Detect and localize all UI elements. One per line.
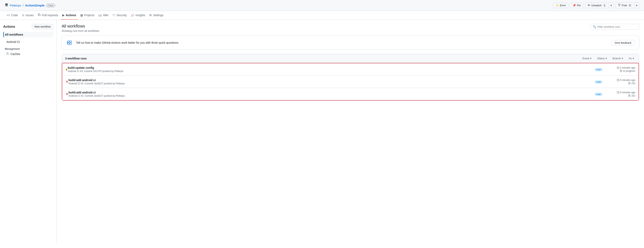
actor-filter-button[interactable]: Ac ▾ xyxy=(627,56,636,61)
run-branch: main xyxy=(594,93,603,96)
run-title: build:add android ci xyxy=(68,79,590,82)
run-info: build:add android ci Android CI #1: Comm… xyxy=(68,91,590,97)
repo-name-link[interactable]: ActionSimple xyxy=(25,4,44,7)
tab-issues[interactable]: ⊙ Issues xyxy=(20,11,35,20)
tab-insights-label: Insights xyxy=(136,13,145,17)
code-icon: <> xyxy=(6,13,10,17)
event-filter-chevron: ▾ xyxy=(590,57,592,60)
status-filter-button[interactable]: Status ▾ xyxy=(596,56,608,61)
run-status-failed-icon: ✕ xyxy=(66,92,68,96)
top-bar: Petterpx / ActionSimple Public ⚡ Error 📌… xyxy=(0,0,644,11)
repo-owner-link[interactable]: Petterpx xyxy=(10,4,21,7)
run-row[interactable]: ✕ build:add android ci Android CI #2: Co… xyxy=(62,76,638,88)
run-subtitle: Android CI #3: Commit 181747f pushed by … xyxy=(68,70,590,73)
content-header: All workflows Showing runs from all work… xyxy=(62,24,639,32)
pin-icon: 📌 xyxy=(572,4,576,7)
highlighted-runs: ● build:update config Android CI #3: Com… xyxy=(62,63,639,101)
fork-icon xyxy=(618,4,621,7)
run-duration: In progress xyxy=(607,70,635,72)
sidebar-item-all-workflows[interactable]: All workflows xyxy=(3,32,53,37)
fork-main[interactable]: Fork 0 xyxy=(616,3,634,8)
visibility-badge: Public xyxy=(46,4,55,7)
insights-icon: 📈 xyxy=(131,13,134,17)
filter-input-wrap: 🔍 xyxy=(590,24,639,29)
filter-search-icon: 🔍 xyxy=(593,25,596,28)
tab-wiki-label: Wiki xyxy=(103,13,108,17)
run-time: 5 minutes ago xyxy=(607,79,635,82)
unwatch-dropdown[interactable]: ▾ xyxy=(609,3,614,8)
branch-badge: main xyxy=(594,80,603,84)
sidebar-all-workflows-label: All workflows xyxy=(5,33,23,36)
actor-filter-label: Ac xyxy=(629,57,632,60)
tab-wiki[interactable]: 📖 Wiki xyxy=(97,11,110,20)
nav-tabs: <> Code ⊙ Issues Pull requests ▶ Actions… xyxy=(0,11,644,20)
pin-button[interactable]: 📌 Pin xyxy=(570,3,583,8)
tab-insights[interactable]: 📈 Insights xyxy=(129,11,147,20)
caches-icon xyxy=(6,52,9,56)
branch-filter-chevron: ▾ xyxy=(622,57,623,60)
svg-point-1 xyxy=(70,41,72,42)
actor-filter-chevron: ▾ xyxy=(633,57,634,60)
fork-dropdown[interactable]: ▾ xyxy=(634,3,639,8)
branch-badge: main xyxy=(594,68,603,71)
run-status-in-progress-icon: ● xyxy=(66,67,68,72)
run-time: 5 minutes ago xyxy=(607,91,635,94)
feedback-text: Tell us how to make GitHub Actions work … xyxy=(76,41,179,44)
run-branch: main xyxy=(594,80,603,83)
pr-icon xyxy=(38,13,40,17)
runs-count: 3 workflow runs xyxy=(65,57,87,60)
runs-header: 3 workflow runs Event ▾ Status ▾ Branch … xyxy=(62,54,639,63)
filter-input[interactable] xyxy=(597,25,637,28)
error-button[interactable]: ⚡ Error xyxy=(553,3,568,8)
tab-projects[interactable]: ▦ Projects xyxy=(79,11,96,20)
sidebar-item-caches[interactable]: Caches xyxy=(3,51,53,57)
repo-separator: / xyxy=(23,4,24,7)
sidebar-header: Actions New workflow xyxy=(3,24,53,29)
branch-filter-button[interactable]: Branch ▾ xyxy=(611,56,625,61)
repo-icon xyxy=(5,3,8,7)
run-title: build:update config xyxy=(68,66,590,69)
run-row[interactable]: ● build:update config Android CI #3: Com… xyxy=(62,63,638,76)
error-icon: ⚡ xyxy=(556,4,559,7)
fork-label: Fork xyxy=(622,4,627,7)
actions-logo-icon xyxy=(66,39,73,46)
pin-label: Pin xyxy=(577,4,581,7)
tab-actions-label: Actions xyxy=(66,13,76,17)
branch-filter-label: Branch xyxy=(612,57,621,60)
new-workflow-button[interactable]: New workflow xyxy=(32,24,53,29)
run-row[interactable]: ✕ build:add android ci Android CI #1: Co… xyxy=(62,88,638,100)
run-meta: 5 minutes ago 23s xyxy=(607,79,635,85)
event-filter-label: Event xyxy=(582,57,589,60)
unwatch-button-group: 👁 Unwatch 1 ▾ xyxy=(585,3,614,8)
run-subtitle: Android CI #2: Commit 1bc9227 pushed by … xyxy=(68,82,590,85)
svg-point-3 xyxy=(70,43,72,45)
management-section-title: Management xyxy=(3,45,53,51)
run-branch: main xyxy=(594,68,603,71)
tab-actions[interactable]: ▶ Actions xyxy=(61,11,78,20)
eye-icon: 👁 xyxy=(588,4,590,7)
event-filter-button[interactable]: Event ▾ xyxy=(581,56,593,61)
tab-projects-label: Projects xyxy=(84,13,94,17)
content-title-group: All workflows Showing runs from all work… xyxy=(62,24,99,32)
tab-settings[interactable]: ⚙ Settings xyxy=(148,11,165,20)
actions-icon: ▶ xyxy=(62,13,64,17)
content-subtitle: Showing runs from all workflows xyxy=(62,29,99,32)
tab-pull-requests[interactable]: Pull requests xyxy=(36,11,60,20)
tab-security[interactable]: 🛡 Security xyxy=(111,11,128,20)
repo-info: Petterpx / ActionSimple Public xyxy=(5,3,55,7)
tab-settings-label: Settings xyxy=(153,13,164,17)
branch-badge: main xyxy=(594,93,603,96)
content-area: All workflows Showing runs from all work… xyxy=(57,20,644,244)
main-layout: Actions New workflow All workflows Andro… xyxy=(0,20,644,244)
tab-code[interactable]: <> Code xyxy=(5,11,20,20)
give-feedback-button[interactable]: Give feedback xyxy=(611,40,635,45)
feedback-banner-left: Tell us how to make GitHub Actions work … xyxy=(66,39,179,46)
android-ci-label: Android CI xyxy=(6,40,20,43)
unwatch-main[interactable]: 👁 Unwatch 1 xyxy=(585,3,609,8)
top-bar-actions: ⚡ Error 📌 Pin 👁 Unwatch 1 ▾ Fork 0 ▾ xyxy=(553,2,639,8)
sidebar-item-android-ci[interactable]: Android CI xyxy=(3,39,53,45)
fork-count: 0 xyxy=(628,4,632,7)
sidebar-title: Actions xyxy=(3,25,15,28)
unwatch-count: 1 xyxy=(603,4,606,7)
content-title: All workflows xyxy=(62,24,99,28)
